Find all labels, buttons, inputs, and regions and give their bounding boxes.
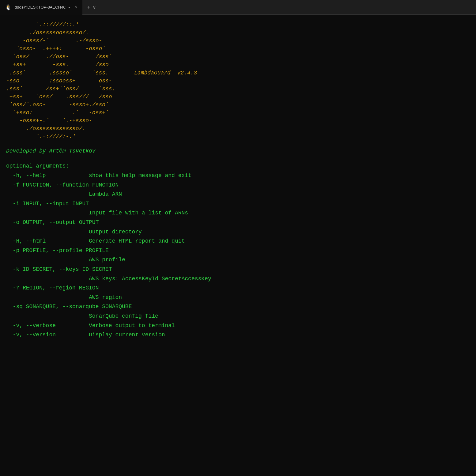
dev-credit: Developed by Artëm Tsvetkov: [6, 148, 470, 154]
title-bar: 🐧 ddos@DESKTOP-8AECH46: ~ ✕ + ∨: [0, 0, 476, 15]
lambdaguard-title: LambdaGuard v2.4.3: [134, 70, 197, 76]
help-section: optional arguments: -h, --help show this…: [6, 161, 470, 339]
close-tab-button[interactable]: ✕: [75, 5, 77, 10]
dropdown-button[interactable]: ∨: [93, 4, 96, 10]
new-tab-button[interactable]: +: [87, 5, 90, 10]
help-args: -h, --help show this help message and ex…: [6, 171, 470, 340]
terminal-body: `.:://///::.' ./osssssoossssso/. -osss/-…: [0, 15, 476, 476]
linux-icon: 🐧: [5, 4, 12, 11]
terminal-tab[interactable]: 🐧 ddos@DESKTOP-8AECH46: ~ ✕: [0, 0, 82, 15]
help-heading: optional arguments:: [6, 161, 470, 171]
tab-controls: + ∨: [82, 0, 101, 15]
ascii-art-block: `.:://///::.' ./osssssoossssso/. -osss/-…: [6, 21, 470, 141]
tab-title: ddos@DESKTOP-8AECH46: ~: [15, 5, 70, 9]
ascii-art: `.:://///::.' ./osssssoossssso/. -osss/-…: [6, 21, 197, 141]
